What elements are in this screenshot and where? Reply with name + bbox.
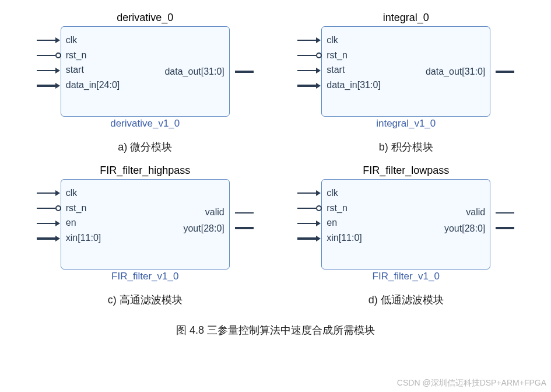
ip-block: clk rst_n en xin[11:0] valid yout[28:0] [321,179,490,270]
block-fir-lowpass: FIR_filter_lowpass clk rst_n en xin[11:0… [285,164,528,313]
block-caption: d) 低通滤波模块 [368,293,444,307]
block-fir-highpass: FIR_filter_highpass clk rst_n en xin[11:… [23,164,267,313]
port-label: rst_n [66,203,101,214]
port-label: en [66,218,101,228]
block-title: FIR_filter_highpass [100,164,190,177]
block-title: derivative_0 [117,12,173,24]
block-title: FIR_filter_lowpass [363,164,449,177]
stub-clk [37,33,61,48]
stub-clk [37,186,61,201]
stub-yout [496,220,514,236]
stub-start [37,63,61,78]
port-label: valid [205,208,224,218]
block-caption: a) 微分模块 [118,140,172,154]
stub-rst-n [37,48,61,63]
stub-yout [235,220,254,236]
port-label: yout[28:0] [183,223,224,234]
ip-block: clk rst_n start data_in[31:0] data_out[3… [321,26,490,117]
block-footer: derivative_v1_0 [110,118,180,130]
input-ports: clk rst_n start data_in[31:0] [327,35,381,90]
port-label: en [327,218,362,228]
output-stubs [235,64,254,79]
output-stubs [496,64,514,79]
port-label: rst_n [327,203,362,214]
input-stubs [297,33,321,93]
port-label: data_in[31:0] [327,80,381,90]
stub-en [297,216,321,231]
port-label: clk [66,188,101,198]
input-stubs [37,33,61,93]
stub-xin [297,231,321,246]
figure-caption: 图 4.8 三参量控制算法中速度合成所需模块 [23,317,528,337]
stub-rst-n [297,48,321,63]
block-title: integral_0 [383,12,429,24]
port-label: xin[11:0] [66,233,101,243]
block-caption: c) 高通滤波模块 [108,293,183,307]
input-ports: clk rst_n en xin[11:0] [327,188,362,243]
port-label: rst_n [327,50,381,61]
block-footer: FIR_filter_v1_0 [373,271,440,282]
stub-data-in [297,78,321,93]
diagram-grid: derivative_0 clk rst_n start data_in[24:… [0,0,551,342]
block-caption: b) 积分模块 [379,140,433,154]
port-label: rst_n [66,50,120,61]
port-label: data_out[31:0] [426,66,485,77]
stub-xin [37,231,61,246]
port-label: clk [66,35,120,46]
port-label: clk [327,188,362,198]
stub-rst-n [37,201,61,216]
stub-data-in [37,78,61,93]
ip-block: clk rst_n start data_in[24:0] data_out[3… [61,26,230,117]
ip-block: clk rst_n en xin[11:0] valid yout[28:0] [61,179,230,270]
output-stubs [496,205,514,236]
stub-en [37,216,61,231]
output-ports: valid yout[28:0] [183,208,224,234]
block-footer: integral_v1_0 [376,118,436,130]
port-label: start [327,65,381,75]
input-ports: clk rst_n en xin[11:0] [66,188,101,243]
port-label: clk [327,35,381,46]
output-ports: valid yout[28:0] [444,208,485,234]
stub-start [297,63,321,78]
output-stubs [235,205,254,236]
port-label: data_in[24:0] [66,80,120,90]
stub-data-out [235,64,254,79]
port-label: yout[28:0] [444,223,485,234]
block-derivative: derivative_0 clk rst_n start data_in[24:… [23,12,267,160]
input-ports: clk rst_n start data_in[24:0] [66,35,120,90]
stub-data-out [496,64,514,79]
watermark: CSDN @深圳信迈科技DSP+ARM+FPGA [397,378,546,388]
input-stubs [297,186,321,246]
stub-rst-n [297,201,321,216]
stub-valid [496,205,514,220]
port-label: valid [466,208,485,218]
stub-clk [297,33,321,48]
port-label: data_out[31:0] [164,66,224,77]
input-stubs [37,186,61,246]
block-integral: integral_0 clk rst_n start data_in[31:0]… [285,12,528,160]
port-label: xin[11:0] [327,233,362,243]
stub-valid [235,205,254,220]
output-ports: data_out[31:0] [426,66,485,77]
port-label: start [66,65,120,75]
block-footer: FIR_filter_v1_0 [111,271,178,282]
stub-clk [297,186,321,201]
output-ports: data_out[31:0] [164,66,224,77]
